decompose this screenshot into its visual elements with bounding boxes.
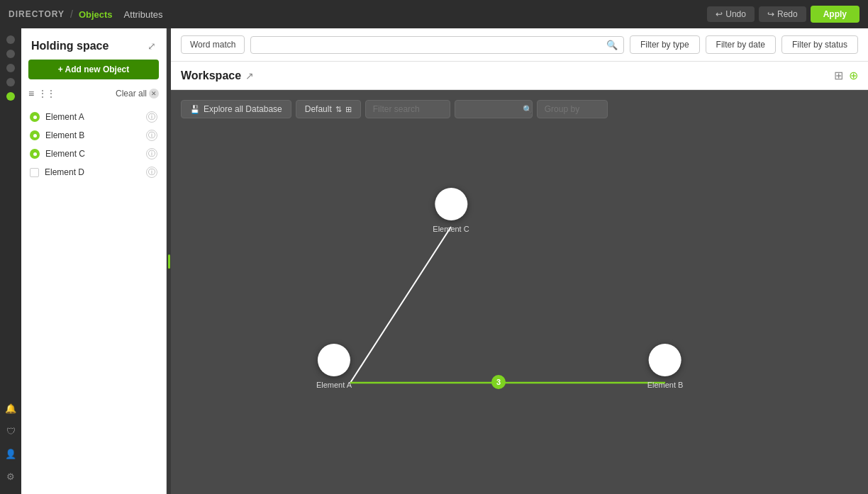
default-view-button[interactable]: Default ⇅ ⊞ (296, 100, 361, 118)
canvas-search-field[interactable] (462, 104, 519, 114)
user-icon[interactable]: 👤 (4, 447, 17, 460)
dot-1 (6, 35, 15, 44)
panel-header: Holding space ⤢ (21, 28, 166, 60)
element-c-info[interactable]: ⓘ (146, 148, 157, 159)
element-a-radio[interactable] (30, 112, 40, 122)
add-node-icon[interactable]: ⊕ (849, 69, 858, 82)
redo-button[interactable]: ↪ Redo (759, 6, 806, 22)
graph-edges (171, 90, 868, 494)
clear-x-icon: ✕ (149, 89, 159, 99)
database-icon: 💾 (190, 105, 200, 114)
node-b-label: Element B (647, 381, 684, 389)
workspace-title: Workspace (181, 69, 241, 82)
element-item-a[interactable]: Element A ⓘ (21, 108, 166, 126)
panel-tools: ≡ ⋮⋮ Clear all ✕ (21, 85, 166, 105)
edge-badge-ab: 3 (491, 375, 506, 389)
element-list: Element A ⓘ Element B ⓘ Element C ⓘ Elem… (21, 105, 166, 494)
element-a-info[interactable]: ⓘ (146, 111, 157, 123)
panel-title: Holding space (31, 40, 108, 52)
workspace-header: Workspace ↗ ⊞ ⊕ (171, 62, 868, 90)
canvas-toolbar: 💾 Explore all Database Default ⇅ ⊞ 🔍 (181, 100, 608, 118)
grid-view-icon[interactable]: ⊞ (834, 69, 843, 82)
filter-status-button[interactable]: Filter by status (781, 35, 858, 54)
canvas-search-wrap[interactable]: 🔍 (455, 100, 533, 118)
node-a[interactable]: Element A (316, 344, 352, 389)
search-input-wrap[interactable]: 🔍 (250, 36, 623, 54)
redo-icon: ↪ (767, 9, 774, 19)
element-b-info[interactable]: ⓘ (146, 130, 157, 141)
dot-4 (6, 78, 15, 86)
dot-3 (6, 64, 15, 72)
resize-bar (168, 254, 170, 269)
explore-database-button[interactable]: 💾 Explore all Database (181, 100, 291, 118)
node-b-circle (649, 344, 681, 376)
node-b[interactable]: Element B (647, 344, 684, 389)
dot-5-active (6, 92, 15, 101)
search-icon: 🔍 (606, 40, 618, 50)
element-d-checkbox[interactable] (30, 168, 39, 177)
notification-icon[interactable]: 🔔 (4, 402, 17, 415)
element-d-label: Element D (45, 167, 140, 177)
node-a-circle (318, 344, 350, 376)
element-b-label: Element B (45, 130, 140, 140)
group-by-input[interactable] (537, 100, 608, 118)
element-c-label: Element C (45, 149, 140, 159)
svg-line-0 (350, 227, 451, 383)
nav-logo: DIRECTORY (9, 9, 65, 19)
expand-icon[interactable]: ⤢ (148, 40, 156, 52)
element-item-b[interactable]: Element B ⓘ (21, 126, 166, 145)
node-a-label: Element A (316, 381, 352, 389)
element-b-radio[interactable] (30, 130, 40, 140)
left-panel: Holding space ⤢ + Add new Object ≡ ⋮⋮ Cl… (21, 28, 167, 494)
add-object-button[interactable]: + Add new Object (28, 60, 159, 79)
nav-objects-tab[interactable]: Objects (79, 9, 113, 20)
node-c-circle (435, 188, 467, 220)
workspace-canvas[interactable]: 💾 Explore all Database Default ⇅ ⊞ 🔍 (171, 90, 868, 494)
canvas-search-icon: 🔍 (523, 105, 533, 114)
split-icon: ⇅ (335, 105, 342, 114)
undo-button[interactable]: ↩ Undo (707, 6, 755, 22)
dot-2 (6, 50, 15, 58)
filter-search-input[interactable] (365, 100, 450, 118)
external-link-icon[interactable]: ↗ (245, 70, 254, 82)
undo-icon: ↩ (716, 9, 723, 19)
node-c-label: Element C (433, 225, 469, 233)
gear-icon[interactable]: ⚙ (4, 470, 17, 483)
sidebar-strip: 🔔 🛡 👤 ⚙ (0, 28, 21, 494)
element-d-info[interactable]: ⓘ (146, 167, 157, 178)
clear-all-button[interactable]: Clear all ✕ (116, 89, 159, 99)
filter-type-button[interactable]: Filter by type (630, 35, 700, 54)
element-item-d[interactable]: Element D ⓘ (21, 163, 166, 181)
content-area: Word match 🔍 Filter by type Filter by da… (171, 28, 868, 494)
word-match-button[interactable]: Word match (181, 35, 245, 54)
element-a-label: Element A (45, 112, 140, 122)
element-item-c[interactable]: Element C ⓘ (21, 145, 166, 163)
nav-attributes-tab[interactable]: Attributes (124, 9, 163, 20)
apply-button[interactable]: Apply (811, 6, 859, 23)
node-c[interactable]: Element C (433, 188, 469, 233)
list-icon[interactable]: ≡ (28, 88, 34, 99)
search-input[interactable] (257, 40, 601, 50)
search-bar: Word match 🔍 Filter by type Filter by da… (171, 28, 868, 62)
shield-icon[interactable]: 🛡 (4, 425, 17, 437)
element-c-radio[interactable] (30, 149, 40, 159)
top-nav: DIRECTORY / Objects Attributes ↩ Undo ↪ … (0, 0, 868, 28)
nav-separator: / (70, 9, 73, 20)
grid-icon[interactable]: ⋮⋮ (38, 89, 55, 99)
grid-small-icon: ⊞ (345, 105, 352, 114)
filter-date-button[interactable]: Filter by date (706, 35, 776, 54)
main-layout: 🔔 🛡 👤 ⚙ Holding space ⤢ + Add new Object… (0, 28, 868, 494)
